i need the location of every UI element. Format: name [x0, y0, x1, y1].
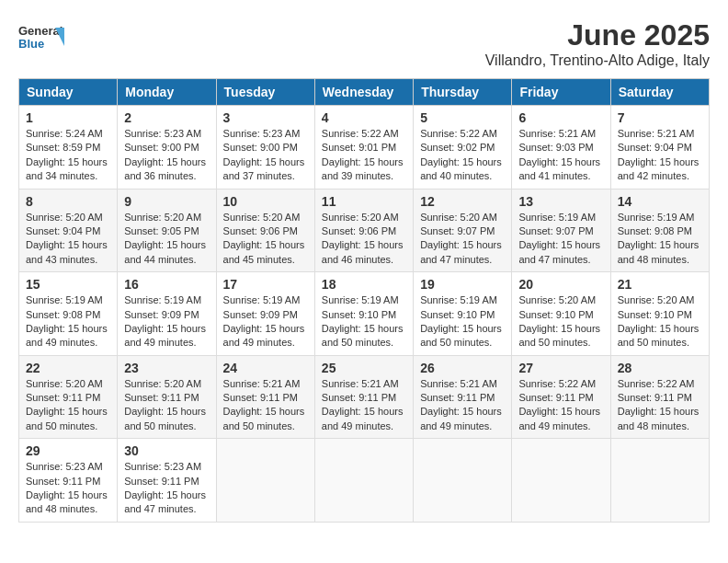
table-row: 15 Sunrise: 5:19 AMSunset: 9:08 PMDaylig… — [19, 272, 710, 356]
header-friday: Friday — [512, 79, 610, 106]
calendar-header-row: Sunday Monday Tuesday Wednesday Thursday… — [19, 79, 710, 106]
day-20: 20 Sunrise: 5:20 AMSunset: 9:10 PMDaylig… — [512, 272, 610, 356]
table-row: 1 Sunrise: 5:24 AMSunset: 8:59 PMDayligh… — [19, 106, 710, 190]
day-10: 10 Sunrise: 5:20 AMSunset: 9:06 PMDaylig… — [216, 189, 314, 272]
empty-cell — [414, 439, 512, 523]
table-row: 29 Sunrise: 5:23 AMSunset: 9:11 PMDaylig… — [19, 439, 710, 523]
empty-cell — [216, 439, 314, 523]
svg-text:General: General — [18, 24, 63, 38]
day-1: 1 Sunrise: 5:24 AMSunset: 8:59 PMDayligh… — [19, 106, 118, 190]
svg-text:Blue: Blue — [18, 37, 44, 51]
header-tuesday: Tuesday — [216, 79, 314, 106]
day-19: 19 Sunrise: 5:19 AMSunset: 9:10 PMDaylig… — [414, 272, 512, 356]
table-row: 22 Sunrise: 5:20 AMSunset: 9:11 PMDaylig… — [19, 355, 710, 439]
day-24: 24 Sunrise: 5:21 AMSunset: 9:11 PMDaylig… — [216, 355, 314, 439]
empty-cell — [314, 439, 413, 523]
day-2: 2 Sunrise: 5:23 AMSunset: 9:00 PMDayligh… — [118, 106, 216, 190]
day-17: 17 Sunrise: 5:19 AMSunset: 9:09 PMDaylig… — [216, 272, 314, 356]
day-4: 4 Sunrise: 5:22 AMSunset: 9:01 PMDayligh… — [314, 106, 413, 190]
day-8: 8 Sunrise: 5:20 AMSunset: 9:04 PMDayligh… — [19, 189, 118, 272]
day-25: 25 Sunrise: 5:21 AMSunset: 9:11 PMDaylig… — [314, 355, 413, 439]
calendar-table: Sunday Monday Tuesday Wednesday Thursday… — [18, 78, 710, 523]
day-16: 16 Sunrise: 5:19 AMSunset: 9:09 PMDaylig… — [118, 272, 216, 356]
header-saturday: Saturday — [610, 79, 709, 106]
empty-cell — [610, 439, 709, 523]
day-26: 26 Sunrise: 5:21 AMSunset: 9:11 PMDaylig… — [414, 355, 512, 439]
main-title: June 2025 — [485, 18, 710, 52]
day-12: 12 Sunrise: 5:20 AMSunset: 9:07 PMDaylig… — [414, 189, 512, 272]
day-14: 14 Sunrise: 5:19 AMSunset: 9:08 PMDaylig… — [610, 189, 709, 272]
logo-icon: General Blue — [18, 18, 64, 55]
logo: General Blue — [18, 18, 64, 55]
day-22: 22 Sunrise: 5:20 AMSunset: 9:11 PMDaylig… — [19, 355, 118, 439]
subtitle: Villandro, Trentino-Alto Adige, Italy — [485, 52, 710, 69]
day-30: 30 Sunrise: 5:23 AMSunset: 9:11 PMDaylig… — [118, 439, 216, 523]
day-11: 11 Sunrise: 5:20 AMSunset: 9:06 PMDaylig… — [314, 189, 413, 272]
table-row: 8 Sunrise: 5:20 AMSunset: 9:04 PMDayligh… — [19, 189, 710, 272]
day-5: 5 Sunrise: 5:22 AMSunset: 9:02 PMDayligh… — [414, 106, 512, 190]
day-9: 9 Sunrise: 5:20 AMSunset: 9:05 PMDayligh… — [118, 189, 216, 272]
day-23: 23 Sunrise: 5:20 AMSunset: 9:11 PMDaylig… — [118, 355, 216, 439]
day-18: 18 Sunrise: 5:19 AMSunset: 9:10 PMDaylig… — [314, 272, 413, 356]
header-wednesday: Wednesday — [314, 79, 413, 106]
day-21: 21 Sunrise: 5:20 AMSunset: 9:10 PMDaylig… — [610, 272, 709, 356]
header-thursday: Thursday — [414, 79, 512, 106]
day-15: 15 Sunrise: 5:19 AMSunset: 9:08 PMDaylig… — [19, 272, 118, 356]
title-block: June 2025 Villandro, Trentino-Alto Adige… — [485, 18, 710, 69]
header-sunday: Sunday — [19, 79, 118, 106]
page-header: General Blue June 2025 Villandro, Trenti… — [18, 18, 710, 69]
day-28: 28 Sunrise: 5:22 AMSunset: 9:11 PMDaylig… — [610, 355, 709, 439]
day-7: 7 Sunrise: 5:21 AMSunset: 9:04 PMDayligh… — [610, 106, 709, 190]
day-29: 29 Sunrise: 5:23 AMSunset: 9:11 PMDaylig… — [19, 439, 118, 523]
day-13: 13 Sunrise: 5:19 AMSunset: 9:07 PMDaylig… — [512, 189, 610, 272]
day-6: 6 Sunrise: 5:21 AMSunset: 9:03 PMDayligh… — [512, 106, 610, 190]
day-27: 27 Sunrise: 5:22 AMSunset: 9:11 PMDaylig… — [512, 355, 610, 439]
header-monday: Monday — [118, 79, 216, 106]
day-3: 3 Sunrise: 5:23 AMSunset: 9:00 PMDayligh… — [216, 106, 314, 190]
empty-cell — [512, 439, 610, 523]
